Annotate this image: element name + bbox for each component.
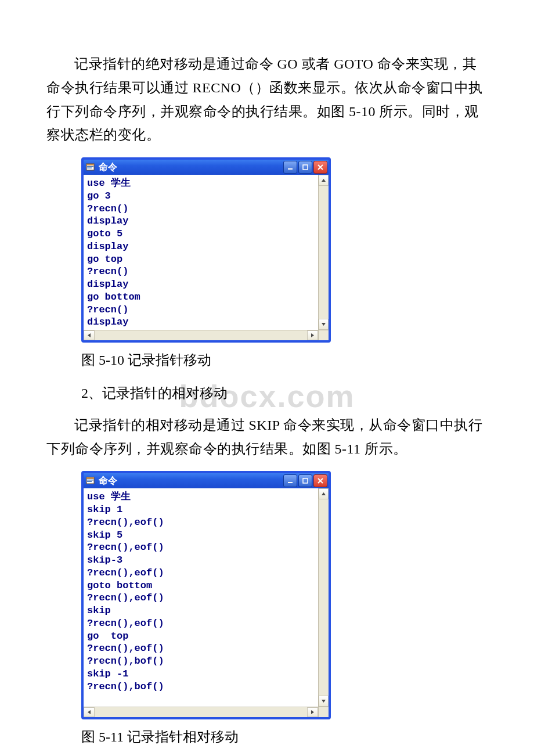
figure-5-10: 命令 use 学生 go 3 ?recn() display goto 5 di… xyxy=(81,157,488,343)
horizontal-scrollbar[interactable] xyxy=(84,330,329,340)
svg-rect-9 xyxy=(303,478,308,483)
window-title: 命令 xyxy=(99,475,283,487)
scroll-left-icon[interactable] xyxy=(84,707,95,717)
paragraph-1: 记录指针的绝对移动是通过命令 GO 或者 GOTO 命令来实现，其命令执行结果可… xyxy=(46,52,488,147)
scroll-up-icon[interactable] xyxy=(319,175,329,186)
paragraph-2: 记录指针的相对移动是通过 SKIP 命令来实现，从命令窗口中执行下列命令序列，并… xyxy=(46,413,488,461)
svg-rect-2 xyxy=(87,168,92,169)
scroll-right-icon[interactable] xyxy=(307,707,318,717)
scroll-down-icon[interactable] xyxy=(319,696,329,707)
titlebar-1: 命令 xyxy=(84,160,329,175)
maximize-button[interactable] xyxy=(298,474,312,487)
vertical-scrollbar[interactable] xyxy=(318,488,329,707)
app-icon xyxy=(86,163,95,172)
horizontal-scrollbar[interactable] xyxy=(84,707,329,717)
subheading-2: 2、记录指针的相对移动 xyxy=(81,381,488,405)
app-icon xyxy=(86,476,95,485)
command-text-2[interactable]: use 学生 skip 1 ?recn(),eof() skip 5 ?recn… xyxy=(84,488,318,707)
command-window-2: 命令 use 学生 skip 1 ?recn(),eof() skip 5 ?r… xyxy=(81,471,331,719)
svg-rect-4 xyxy=(303,165,308,170)
scroll-down-icon[interactable] xyxy=(319,319,329,330)
figure-5-11: 命令 use 学生 skip 1 ?recn(),eof() skip 5 ?r… xyxy=(81,471,488,719)
scroll-right-icon[interactable] xyxy=(307,330,318,340)
svg-rect-7 xyxy=(87,481,92,483)
svg-rect-1 xyxy=(87,166,93,167)
scroll-left-icon[interactable] xyxy=(84,330,95,340)
figure-5-10-caption: 图 5-10 记录指针移动 xyxy=(81,348,488,372)
vertical-scrollbar[interactable] xyxy=(318,175,329,330)
command-text-1[interactable]: use 学生 go 3 ?recn() display goto 5 displ… xyxy=(84,175,318,330)
minimize-button[interactable] xyxy=(283,161,297,174)
maximize-button[interactable] xyxy=(298,161,312,174)
titlebar-2: 命令 xyxy=(84,473,329,488)
minimize-button[interactable] xyxy=(283,474,297,487)
command-window-1: 命令 use 学生 go 3 ?recn() display goto 5 di… xyxy=(81,157,331,343)
svg-rect-6 xyxy=(87,480,93,481)
figure-5-11-caption: 图 5-11 记录指针相对移动 xyxy=(81,725,488,749)
window-title: 命令 xyxy=(99,161,283,174)
close-button[interactable] xyxy=(313,161,327,174)
svg-rect-8 xyxy=(288,482,293,483)
close-button[interactable] xyxy=(313,474,327,487)
scroll-up-icon[interactable] xyxy=(319,488,329,499)
svg-rect-3 xyxy=(288,168,293,170)
